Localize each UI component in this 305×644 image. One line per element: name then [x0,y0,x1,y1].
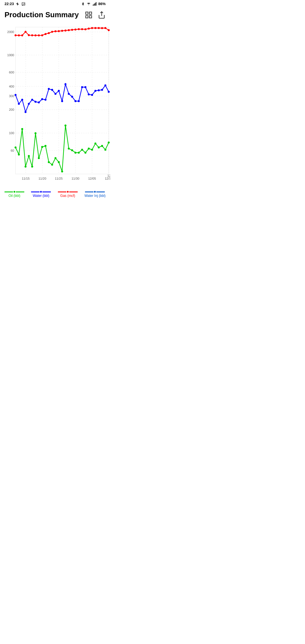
time: 22:23 [5,2,14,6]
gas-dot [78,28,80,30]
oil-dot [64,125,66,127]
svg-text:11/25: 11/25 [55,177,63,180]
water-inj-line-seg [85,192,93,192]
gas-legend-label: Gas (mcf) [60,194,75,198]
oil-dot [55,157,56,159]
water-dot [91,94,93,96]
gas-dot [71,29,73,31]
water-legend-label: Water (bbl) [33,194,49,198]
legend-item-water[interactable]: Water (bbl) [31,190,51,198]
oil-dot [71,149,73,151]
production-chart[interactable]: .grid-line { stroke: #ccc; stroke-width:… [0,24,110,188]
oil-dot [18,154,20,156]
gas-dot [94,27,96,29]
gas-dot [101,27,103,29]
gas-dot [75,29,77,31]
water-dot [45,99,47,101]
oil-dot [21,128,23,130]
status-bar: 22:23 86% [0,0,110,8]
image-icon [21,2,26,6]
water-dot [58,90,60,92]
gas-dot [104,27,106,29]
svg-text:600: 600 [9,71,14,74]
water-dot [61,100,63,102]
svg-text:12/: 12/ [107,174,110,177]
water-dot [51,89,53,91]
water-dot [64,83,66,85]
svg-text:11/20: 11/20 [38,177,46,180]
gas-dot [48,32,50,34]
water-dot [34,101,36,103]
oil-dot [51,164,53,166]
legend-item-oil[interactable]: Oil (bbl) [5,190,24,198]
water-inj-legend-dot [93,190,96,193]
water-inj-line-seg2 [96,192,105,192]
oil-dot [68,148,70,150]
svg-text:11/30: 11/30 [71,177,79,180]
oil-dot [91,149,93,151]
water-dot [108,91,110,93]
lightning-icon [16,2,19,6]
water-dot [31,99,33,101]
oil-dot [81,149,83,151]
oil-legend-label: Oil (bbl) [8,194,20,198]
water-dot [81,86,83,88]
water-dot [104,84,106,86]
oil-dot [45,145,47,147]
water-legend-dot [40,190,42,193]
oil-dot [25,166,27,167]
chart-legend: Oil (bbl) Water (bbl) Gas (mcf) Water In… [0,188,110,201]
svg-text:2000: 2000 [7,30,14,34]
svg-text:100: 100 [9,131,14,135]
water-line-seg [31,192,40,192]
share-icon[interactable] [98,11,106,19]
oil-line-seg [5,192,13,192]
water-dot [68,93,70,95]
svg-rect-8 [96,2,96,5]
oil-dot [61,171,63,173]
oil-dot [34,132,36,134]
gas-dot [91,27,93,29]
water-dot [94,90,96,92]
gas-dot [88,28,90,30]
signal-icon [93,2,97,6]
svg-rect-11 [86,16,88,18]
oil-line-seg2 [16,192,24,192]
oil-dot [48,161,50,163]
water-dot [48,88,50,90]
water-dot [21,99,23,101]
svg-rect-14 [0,24,110,188]
svg-text:60: 60 [11,149,14,152]
oil-dot [98,147,100,149]
status-left: 22:23 [5,2,26,6]
water-legend-line [31,190,51,193]
water-dot [38,101,40,103]
gas-dot [98,27,100,29]
gas-dot [108,29,110,31]
oil-legend-line [5,190,24,193]
grid-icon[interactable] [85,11,93,19]
svg-rect-5 [93,5,93,5]
water-dot [15,94,17,96]
svg-text:200: 200 [9,108,14,111]
water-dot [75,100,77,102]
gas-dot [55,30,56,32]
svg-point-4 [88,5,89,5]
oil-dot [94,142,96,144]
legend-item-gas[interactable]: Gas (mcf) [58,190,78,198]
legend-item-water-inj[interactable]: Water Inj (bbl) [84,190,106,198]
gas-line-seg2 [69,192,78,192]
svg-text:1000: 1000 [7,53,14,57]
water-line-seg2 [42,192,51,192]
svg-rect-10 [89,12,91,14]
bluetooth-icon [81,2,85,6]
gas-dot [21,34,23,36]
svg-rect-7 [95,3,95,5]
header-icons [85,11,106,19]
oil-dot [38,157,40,159]
gas-dot [64,29,66,31]
gas-dot [18,34,20,36]
status-right: 86% [81,2,106,6]
gas-line-seg [58,192,66,192]
oil-dot [41,146,43,148]
